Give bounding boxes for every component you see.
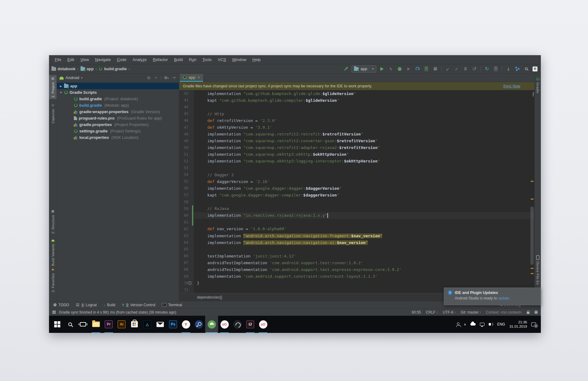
tree-item-app[interactable]: ▶app: [57, 83, 179, 89]
code-line-51[interactable]: 51implementation "com.squareup.okhttp3:o…: [179, 151, 534, 158]
notification-center-icon[interactable]: 1: [531, 322, 536, 326]
menu-edit[interactable]: Edit: [65, 56, 77, 63]
start-button[interactable]: [51, 316, 64, 333]
yandex-browser-icon[interactable]: Y: [179, 316, 192, 333]
menu-file[interactable]: File: [52, 56, 64, 63]
task-view-button[interactable]: [77, 316, 89, 333]
code-line-63[interactable]: 63implementation "android.arch.navigatio…: [179, 232, 534, 239]
graphics-3d-app-icon[interactable]: △: [141, 316, 154, 333]
menu-help[interactable]: Help: [250, 56, 263, 63]
debug-bug-icon[interactable]: [396, 66, 403, 72]
stop-icon[interactable]: [432, 66, 439, 72]
vcs-commit-icon[interactable]: ✓: [453, 66, 460, 72]
code-line-49[interactable]: 49implementation "com.squareup.retrofit2…: [179, 138, 534, 144]
gradle-sync-icon[interactable]: ↻: [484, 66, 490, 72]
toolwindow-build[interactable]: ↓Build: [104, 303, 115, 307]
tab-app[interactable]: app ×: [180, 74, 203, 82]
code-line-70[interactable]: 70}: [179, 280, 534, 287]
tree-item-gradle-wrapper-properties[interactable]: gradle-wrapper.properties(Gradle Version…: [57, 109, 179, 115]
run-configuration-selector[interactable]: app▾: [351, 65, 376, 73]
tree-expand-icon[interactable]: ▶: [59, 85, 62, 88]
code-line-57[interactable]: 57kapt "com.google.dagger:dagger-compile…: [179, 192, 534, 198]
file-explorer-icon[interactable]: [89, 316, 102, 333]
code-line-68[interactable]: 68androidTestImplementation 'com.android…: [179, 266, 534, 273]
premiere-pro-icon[interactable]: Pr: [102, 316, 115, 333]
tree-item-proguard-rules-pro[interactable]: proguard-rules.pro(ProGuard Rules for ap…: [57, 115, 179, 121]
search-button[interactable]: [64, 316, 77, 333]
people-icon[interactable]: [457, 322, 459, 325]
tree-item-build-gradle[interactable]: build.gradle(Project: dotabook): [57, 96, 179, 102]
menu-build[interactable]: Build: [171, 56, 186, 63]
recent-changes-icon[interactable]: ⧖: [462, 66, 469, 72]
tree-expand-icon[interactable]: ▼: [59, 91, 62, 94]
code-line-66[interactable]: 66testImplementation 'junit:junit:4.12': [179, 253, 534, 259]
code-line-52[interactable]: 52implementation "com.squareup.okhttp3:l…: [179, 158, 534, 165]
toolwindow-6-logcat[interactable]: 6: Logcat: [76, 303, 96, 307]
camera-app-2-icon[interactable]: oO: [257, 316, 270, 333]
tool-strip-2-structure[interactable]: 2: Structure: [49, 208, 57, 235]
tree-item-build-gradle[interactable]: build.gradle(Module: app): [57, 102, 179, 109]
breadcrumb-item-build.gradle[interactable]: build.gradle: [99, 67, 127, 71]
collapse-all-icon[interactable]: ÷: [153, 75, 159, 80]
highlighting-level-icon[interactable]: [534, 311, 538, 314]
scrollbar-thumb[interactable]: [530, 207, 534, 265]
code-line-56[interactable]: 56implementation "com.google.dagger:dagg…: [179, 185, 534, 192]
hide-panel-icon[interactable]: ⊣: [171, 75, 176, 80]
code-line-59[interactable]: 59// RxJava: [179, 205, 534, 212]
apply-changes-icon[interactable]: ϟ: [387, 66, 394, 72]
avd-manager-icon[interactable]: [492, 66, 499, 72]
profile-dim-icon[interactable]: [405, 66, 412, 72]
menu-code[interactable]: Code: [114, 56, 129, 63]
code-line-53[interactable]: 53: [179, 165, 534, 171]
speaker-icon[interactable]: [489, 323, 491, 326]
code-line-45[interactable]: 45// Http: [179, 110, 534, 117]
toolwindow-9-version-control[interactable]: Y9: Version Control: [122, 303, 156, 307]
tree-item-settings-gradle[interactable]: settings.gradle(Project Settings): [57, 128, 179, 134]
code-line-44[interactable]: 44: [179, 104, 534, 110]
menu-view[interactable]: View: [77, 56, 92, 63]
warning-stripe-mark[interactable]: [531, 268, 533, 269]
code-line-69[interactable]: 69implementation 'com.android.support.co…: [179, 273, 534, 280]
toolwindow-terminal[interactable]: >_Terminal: [162, 303, 182, 307]
intellij-idea-icon[interactable]: IJ: [244, 316, 257, 333]
profiler-gauge-icon[interactable]: [414, 66, 421, 72]
code-line-47[interactable]: 47def okHttpVersion = '3.9.1': [179, 124, 534, 131]
tool-window-switcher-icon[interactable]: [52, 311, 55, 314]
code-line-46[interactable]: 46def retrofitVersion = '2.3.0': [179, 117, 534, 124]
context-indicator[interactable]: Context: <no context>: [486, 310, 522, 314]
mail-icon[interactable]: [154, 316, 167, 333]
menu-vcs[interactable]: VCS: [215, 56, 229, 63]
tree-item-local-properties[interactable]: local.properties(SDK Location): [57, 134, 179, 141]
menu-tools[interactable]: Tools: [200, 56, 214, 63]
photoshop-icon[interactable]: Ps: [167, 316, 179, 333]
network-display-icon[interactable]: [480, 323, 484, 326]
code-line-42[interactable]: 42implementation "com.github.bumptech.gl…: [179, 90, 534, 97]
menu-run[interactable]: Run: [186, 56, 199, 63]
code-line-54[interactable]: 54// Dagger 2: [179, 171, 534, 178]
tree-item-gradle-properties[interactable]: gradle.properties(Project Properties): [57, 121, 179, 128]
encoding-selector[interactable]: UTF-8↕: [443, 310, 456, 314]
toolwindow-todo[interactable]: TODO: [53, 303, 69, 307]
code-line-48[interactable]: 48implementation "com.squareup.retrofit2…: [179, 131, 534, 138]
project-view-selector[interactable]: Android: [66, 75, 79, 80]
menu-refactor[interactable]: Refactor: [150, 56, 171, 63]
close-icon[interactable]: ×: [198, 75, 200, 80]
build-hammer-icon[interactable]: [342, 66, 349, 72]
tool-strip-gradle[interactable]: Gradle: [535, 75, 541, 95]
editor-scrollbar[interactable]: [530, 90, 534, 293]
run-play-icon[interactable]: [379, 66, 385, 72]
search-everywhere-icon[interactable]: [523, 66, 530, 72]
warning-stripe-mark[interactable]: [531, 199, 533, 200]
locate-icon[interactable]: ⊙: [146, 75, 152, 80]
tool-strip-build-variants[interactable]: Build Variants: [49, 237, 57, 268]
inspections-eye-icon[interactable]: [533, 92, 533, 97]
line-ending-selector[interactable]: CRLF↕: [426, 310, 438, 314]
menu-analyze[interactable]: Analyze: [130, 56, 149, 63]
code-line-58[interactable]: 58: [179, 199, 534, 205]
camera-app-icon[interactable]: oO: [218, 316, 231, 333]
rollback-icon[interactable]: ↺: [471, 66, 478, 72]
tool-strip-captures[interactable]: ⊙Captures: [49, 102, 57, 125]
obs-studio-icon[interactable]: [231, 316, 244, 333]
tool-strip-1-project[interactable]: 1: Project: [49, 75, 57, 99]
project-structure-icon[interactable]: [514, 66, 521, 72]
